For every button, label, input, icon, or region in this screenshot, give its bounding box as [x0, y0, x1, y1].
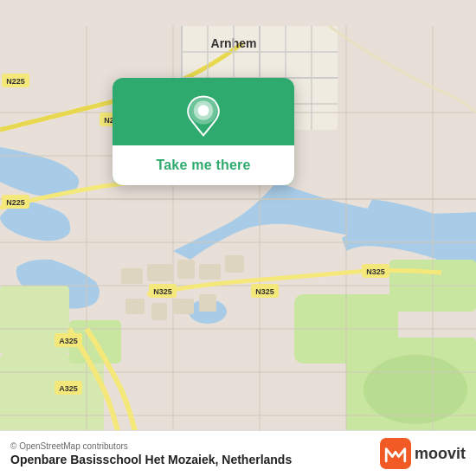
svg-rect-43	[199, 264, 221, 280]
svg-text:A325: A325	[59, 384, 78, 393]
svg-rect-41	[147, 264, 173, 281]
svg-rect-40	[121, 268, 143, 284]
take-me-there-button[interactable]: Take me there	[113, 145, 294, 185]
svg-text:N225: N225	[6, 77, 25, 86]
svg-text:N325: N325	[366, 267, 385, 276]
svg-rect-42	[177, 260, 195, 279]
svg-point-8	[363, 355, 467, 424]
copyright-text: © OpenStreetMap contributors	[10, 441, 292, 451]
location-pin-icon	[183, 95, 224, 137]
map-container: N225 N225 N225 N325 N325 N325 A325 A325 …	[0, 0, 476, 476]
bottom-bar: © OpenStreetMap contributors Openbare Ba…	[0, 430, 476, 476]
svg-rect-46	[151, 303, 167, 320]
svg-text:A325: A325	[59, 337, 78, 345]
svg-rect-45	[125, 299, 145, 314]
svg-text:N325: N325	[255, 287, 274, 296]
moovit-logo: moovit	[380, 438, 466, 469]
svg-point-51	[198, 105, 209, 116]
popup-card: Take me there	[113, 78, 294, 185]
svg-rect-44	[225, 255, 244, 273]
moovit-text: moovit	[415, 445, 466, 463]
svg-text:N325: N325	[153, 287, 172, 296]
location-name: Openbare Basisschool Het Mozaiek, Nether…	[10, 453, 292, 466]
moovit-icon	[380, 438, 411, 469]
map-background: N225 N225 N225 N325 N325 N325 A325 A325 …	[0, 0, 476, 476]
bottom-info: © OpenStreetMap contributors Openbare Ba…	[10, 441, 292, 466]
svg-rect-47	[173, 299, 194, 314]
svg-text:N225: N225	[6, 198, 25, 207]
svg-rect-48	[199, 294, 216, 312]
